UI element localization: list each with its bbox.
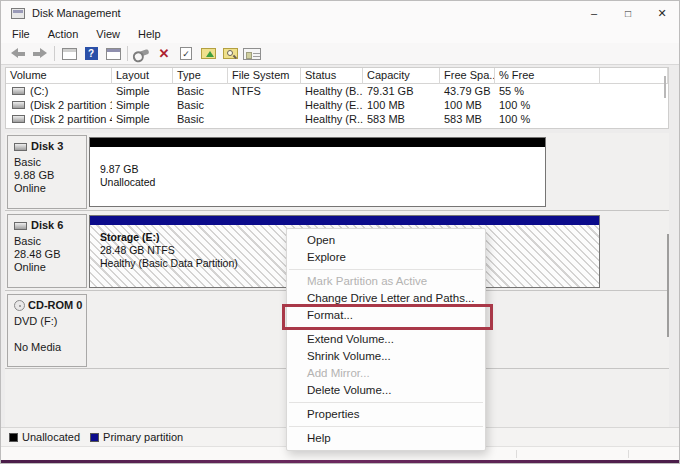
partition-detail: 28.48 GB NTFS — [100, 244, 238, 257]
disk-type: Basic — [14, 235, 86, 248]
partition-kind: Unallocated — [100, 176, 155, 189]
cd-icon — [14, 300, 25, 311]
volume-table-header: Volume Layout Type File System Status Ca… — [6, 68, 668, 84]
menu-item-change-drive-letter[interactable]: Change Drive Letter and Paths... — [287, 290, 485, 307]
menu-item-format[interactable]: Format... — [287, 307, 485, 324]
help-icon: ? — [85, 47, 98, 60]
unallocated-legend-swatch — [9, 433, 18, 442]
volume-status: Healthy (R... — [301, 113, 363, 125]
forward-button[interactable] — [29, 45, 51, 63]
help-button[interactable]: ? — [80, 45, 102, 63]
list-scrollbar[interactable] — [664, 76, 666, 98]
console-window-icon — [62, 48, 77, 60]
menu-item-explore[interactable]: Explore — [287, 249, 485, 266]
column-header-filesystem[interactable]: File System — [228, 68, 301, 84]
delete-button[interactable]: ✕ — [153, 45, 175, 63]
close-button[interactable]: ✕ — [645, 1, 679, 25]
volume-status: Healthy (B... — [301, 85, 363, 97]
menu-separator — [289, 426, 483, 427]
column-header-freespace[interactable]: Free Spa... — [440, 68, 495, 84]
volume-layout: Simple — [112, 85, 173, 97]
primary-partition-strip — [90, 216, 599, 225]
wrench-icon — [135, 49, 150, 58]
menu-item-open[interactable]: Open — [287, 232, 485, 249]
console-tree-button[interactable] — [58, 45, 80, 63]
volume-type: Basic — [173, 85, 228, 97]
cdrom-label-panel[interactable]: CD-ROM 0 DVD (F:) No Media — [7, 294, 87, 367]
table-row[interactable]: (C:) Simple Basic NTFS Healthy (B... 79.… — [6, 84, 668, 98]
disk3-label-panel[interactable]: Disk 3 Basic 9.88 GB Online — [7, 135, 87, 209]
menu-separator — [289, 327, 483, 328]
disk-name: Disk 3 — [31, 140, 63, 153]
find-button[interactable] — [219, 45, 241, 63]
volume-filesystem: NTFS — [228, 85, 301, 97]
disk-status: Online — [14, 261, 86, 274]
action-pane-button[interactable] — [102, 45, 124, 63]
volume-icon — [12, 101, 25, 109]
menu-bar: File Action View Help — [1, 25, 679, 43]
menu-help[interactable]: Help — [129, 25, 170, 43]
disk6-label-panel[interactable]: Disk 6 Basic 28.48 GB Online — [7, 214, 87, 288]
minimize-button[interactable]: – — [577, 1, 611, 25]
volume-type: Basic — [173, 99, 228, 111]
column-header-blank — [600, 68, 668, 84]
volume-name: (Disk 2 partition 1) — [30, 99, 112, 111]
menu-item-properties[interactable]: Properties — [287, 406, 485, 423]
menu-separator — [289, 402, 483, 403]
status-separator — [628, 450, 629, 458]
window-title: Disk Management — [32, 7, 121, 19]
export-button[interactable] — [197, 45, 219, 63]
disk-icon — [14, 143, 27, 151]
check-icon: ✓ — [180, 47, 192, 60]
column-header-layout[interactable]: Layout — [112, 68, 173, 84]
menu-item-shrink-volume[interactable]: Shrink Volume... — [287, 348, 485, 365]
volume-capacity: 100 MB — [363, 99, 440, 111]
disk-status: Online — [14, 182, 86, 195]
title-bar: Disk Management – □ ✕ — [1, 1, 679, 25]
volume-pctfree: 55 % — [495, 85, 600, 97]
toolbar: ? ✕ ✓ — [1, 43, 679, 65]
disk-status: No Media — [14, 341, 86, 354]
volume-status: Healthy (E... — [301, 99, 363, 111]
column-header-capacity[interactable]: Capacity — [363, 68, 440, 84]
volume-freespace: 43.79 GB — [440, 85, 495, 97]
volume-freespace: 100 MB — [440, 99, 495, 111]
menu-item-help[interactable]: Help — [287, 430, 485, 447]
forward-arrow-icon — [33, 49, 47, 58]
volume-capacity: 583 MB — [363, 113, 440, 125]
volume-icon — [12, 87, 25, 95]
volume-layout: Simple — [112, 99, 173, 111]
disk-management-window: Disk Management – □ ✕ File Action View H… — [0, 0, 680, 464]
table-row[interactable]: (Disk 2 partition 4) Simple Basic Health… — [6, 112, 668, 126]
maximize-button[interactable]: □ — [611, 1, 645, 25]
menu-action[interactable]: Action — [39, 25, 88, 43]
column-header-volume[interactable]: Volume — [6, 68, 112, 84]
tool-button[interactable] — [131, 45, 153, 63]
menu-separator — [289, 269, 483, 270]
disk-name: Disk 6 — [31, 219, 63, 232]
column-header-type[interactable]: Type — [173, 68, 228, 84]
disk3-unallocated-bar[interactable]: 9.87 GB Unallocated — [89, 137, 546, 207]
volume-pctfree: 100 % — [495, 99, 600, 111]
app-icon — [11, 8, 25, 19]
volume-icon — [12, 115, 25, 123]
menu-file[interactable]: File — [3, 25, 39, 43]
menu-item-extend-volume[interactable]: Extend Volume... — [287, 331, 485, 348]
column-header-pctfree[interactable]: % Free — [495, 68, 600, 84]
menu-item-add-mirror: Add Mirror... — [287, 365, 485, 382]
volume-freespace: 583 MB — [440, 113, 495, 125]
back-button[interactable] — [7, 45, 29, 63]
menu-item-delete-volume[interactable]: Delete Volume... — [287, 382, 485, 399]
red-x-icon: ✕ — [159, 47, 170, 60]
properties-button[interactable] — [241, 45, 263, 63]
pane-scrollbar[interactable] — [667, 234, 669, 337]
volume-layout: Simple — [112, 113, 173, 125]
volume-name: (C:) — [30, 85, 48, 97]
toolbar-separator — [54, 46, 55, 61]
column-header-status[interactable]: Status — [301, 68, 363, 84]
menu-view[interactable]: View — [87, 25, 129, 43]
disk-type: Basic — [14, 156, 86, 169]
status-separator — [516, 450, 517, 458]
check-button[interactable]: ✓ — [175, 45, 197, 63]
table-row[interactable]: (Disk 2 partition 1) Simple Basic Health… — [6, 98, 668, 112]
